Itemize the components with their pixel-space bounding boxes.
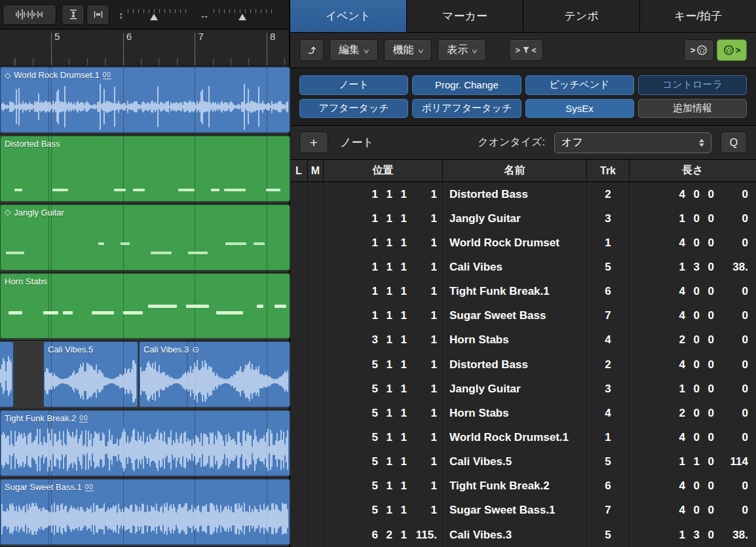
midi-input-filter-button[interactable]: > < [509, 39, 543, 61]
filter-button-controller[interactable]: コントローラ [638, 75, 747, 95]
row-position: 5111 [324, 474, 443, 499]
event-row[interactable]: 1111Cali Vibes513038. [290, 255, 756, 279]
event-row[interactable]: 5111Sugar Sweet Bass.174000 [290, 499, 756, 523]
event-row[interactable]: 1111Distorted Bass24000 [290, 182, 756, 206]
track-lane: ◇World Rock Drumset.100 [0, 66, 289, 135]
track-lanes: ◇World Rock Drumset.100Distorted Bass◇Ja… [0, 66, 289, 547]
bar-line [51, 33, 52, 66]
row-mute-cell [308, 401, 324, 425]
region-tight-funk-break-2[interactable]: Tight Funk Break.200 [0, 410, 290, 476]
region-distorted-bass[interactable]: Distorted Bass [0, 136, 290, 202]
header-link: L [290, 160, 308, 181]
region-header: ◇World Rock Drumset.100 [0, 67, 290, 81]
region-name: Distorted Bass [5, 139, 60, 149]
midi-in-button[interactable]: > [684, 39, 714, 61]
transpose-diamond-icon: ◇ [5, 208, 10, 217]
midi-note [148, 305, 177, 308]
event-row[interactable]: 5111Tight Funk Break.264000 [290, 474, 756, 499]
tab-key-signature[interactable]: キー/拍子 [640, 0, 756, 32]
view-menu-button[interactable]: 表示 ∨ [438, 39, 486, 61]
slider-track[interactable] [214, 7, 276, 22]
row-mute-cell [308, 280, 324, 304]
functions-menu-button[interactable]: 機能 ∨ [384, 39, 432, 61]
region-jangly-guitar[interactable]: ◇Jangly Guitar [0, 204, 290, 271]
go-up-hierarchy-button[interactable] [299, 39, 324, 61]
view-menu-label: 表示 [447, 43, 468, 57]
row-length: 2000 [630, 401, 756, 425]
row-track: 3 [587, 377, 630, 401]
filter-button-poly-aftertouch[interactable]: ポリアフタータッチ [412, 99, 521, 119]
waveform-zoom-button[interactable] [3, 5, 56, 25]
chevron-down-icon: ∨ [471, 48, 478, 54]
horizontal-auto-zoom-button[interactable] [86, 5, 109, 25]
horizontal-zoom-slider[interactable]: ↔ [200, 7, 276, 22]
event-row[interactable]: 5111Horn Stabs42000 [290, 401, 756, 425]
event-row[interactable]: 1111Jangly Guitar31000 [290, 206, 756, 231]
vertical-zoom-slider[interactable]: ↕ [119, 7, 191, 22]
region-cali-vibes-3[interactable]: Cali Vibes.3⊙ [139, 341, 290, 407]
row-position: 3111 [324, 328, 443, 352]
filter-button-pitch-bend[interactable]: ピッチベンド [525, 75, 634, 95]
filter-button-sysex[interactable]: SysEx [525, 99, 634, 119]
edit-menu-button[interactable]: 編集 ∨ [330, 39, 378, 61]
add-event-button[interactable]: + [299, 132, 328, 153]
row-length: 13038. [630, 255, 756, 279]
region-sugar-sweet-bass-1[interactable]: Sugar Sweet Bass.100 [0, 479, 290, 545]
region-cali-vibes-5[interactable]: Cali Vibes.5 [43, 341, 138, 407]
row-position: 5111 [324, 499, 443, 523]
row-link-cell [290, 474, 308, 499]
event-row[interactable]: 1111Tight Funk Break.164000 [290, 280, 756, 304]
event-row[interactable]: 5111Jangly Guitar31000 [290, 377, 756, 401]
bar-ruler[interactable]: 5678 [0, 29, 289, 66]
row-link-cell [290, 401, 308, 425]
row-track: 7 [587, 499, 630, 523]
tab-tempo[interactable]: テンポ [523, 0, 640, 32]
tab-event[interactable]: イベント [290, 0, 407, 32]
event-row[interactable]: 3111Horn Stabs42000 [290, 328, 756, 352]
event-row[interactable]: 5111World Rock Drumset.114000 [290, 425, 756, 449]
edit-menu-label: 編集 [339, 43, 360, 57]
vertical-auto-zoom-button[interactable] [62, 5, 85, 25]
row-track: 3 [587, 206, 630, 231]
event-row[interactable]: 5111Cali Vibes.55110114 [290, 450, 756, 474]
row-position: 1111 [324, 182, 443, 206]
row-length: 4000 [630, 280, 756, 304]
row-track: 1 [587, 425, 630, 449]
region-clip-stub[interactable] [0, 341, 14, 407]
event-table-body: 1111Distorted Bass240001111Jangly Guitar… [290, 182, 756, 547]
event-row[interactable]: 621115.Cali Vibes.3513038. [290, 523, 756, 547]
row-position: 5111 [324, 450, 443, 474]
midi-note [178, 189, 195, 191]
filter-button-aftertouch[interactable]: アフタータッチ [299, 99, 408, 119]
row-name: Tight Funk Break.1 [443, 280, 587, 304]
slider-thumb[interactable] [150, 14, 158, 20]
region-world-rock-drumset-1[interactable]: ◇World Rock Drumset.100 [0, 67, 290, 133]
event-row[interactable]: 1111Sugar Sweet Bass74000 [290, 304, 756, 328]
tab-marker[interactable]: マーカー [407, 0, 523, 32]
midi-in-icon [696, 45, 708, 56]
loop-badge-icon: 00 [85, 483, 94, 491]
midi-out-icon [723, 45, 734, 56]
row-mute-cell [308, 499, 324, 523]
quantize-select[interactable]: オフ [554, 132, 711, 153]
midi-note [224, 189, 246, 191]
event-row[interactable]: 5111Distorted Bass24000 [290, 352, 756, 377]
midi-note [6, 252, 24, 254]
event-row[interactable]: 1111World Rock Drumset14000 [290, 231, 756, 255]
slider-track[interactable] [128, 7, 191, 22]
region-horn-stabs[interactable]: Horn Stabs [0, 273, 290, 339]
row-name: World Rock Drumset [443, 231, 587, 255]
tracks-area: ↕ ↔ 5678 ◇World Rock Drumset.100Distorte… [0, 0, 290, 547]
follow-tempo-icon: ⊙ [192, 345, 199, 354]
filter-button-program-change[interactable]: Progr. Change [412, 75, 521, 95]
slider-thumb[interactable] [238, 14, 246, 20]
midi-note [216, 311, 243, 314]
filter-button-note[interactable]: ノート [299, 75, 408, 95]
midi-note [121, 242, 130, 245]
filter-button-additional-info[interactable]: 追加情報 [638, 99, 747, 119]
midi-out-button[interactable]: > [717, 39, 747, 61]
transpose-diamond-icon: ◇ [5, 71, 10, 80]
loop-badge-icon: 00 [103, 71, 111, 79]
quantize-q-button[interactable]: Q [721, 132, 747, 153]
row-mute-cell [308, 255, 324, 279]
